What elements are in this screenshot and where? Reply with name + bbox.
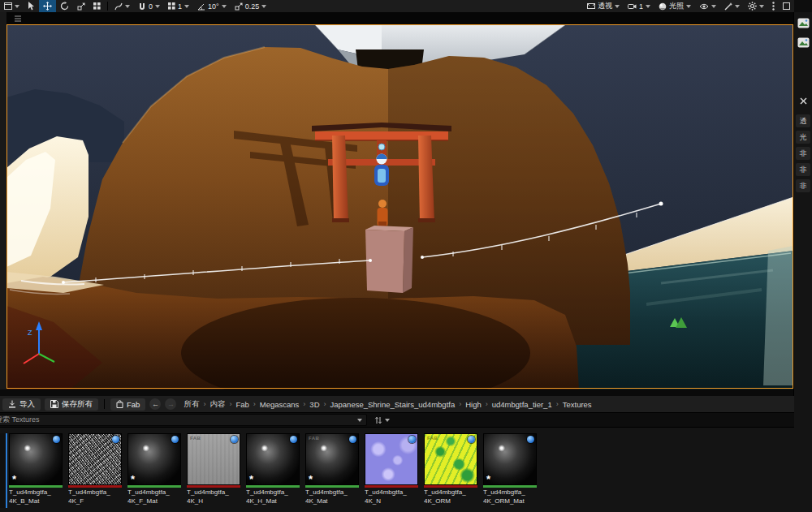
import-icon [8,400,16,408]
save-all-button[interactable]: 保存所有 [45,398,98,411]
asset-thumbnail[interactable]: FAB * [305,433,359,485]
forward-button[interactable]: → [165,398,176,410]
right-panel-item[interactable]: 非 [796,179,810,192]
grid-snap-button[interactable]: 1 [164,0,193,12]
rotate-tool-button[interactable] [56,0,73,12]
asset-tile[interactable]: FAB T_ud4mbgtfa_ 4K_H [187,433,240,512]
chevron-down-icon [15,5,19,8]
chevron-down-icon [357,419,362,422]
show-flags-button[interactable] [695,0,720,12]
toolbar-separator [107,2,108,11]
partially-visible-selected-tile[interactable] [0,433,7,508]
right-panel-item[interactable]: 非 [796,163,810,176]
fab-button[interactable]: Fab [110,398,145,411]
asset-thumbnail[interactable] [365,433,418,485]
right-panel-item[interactable]: 光 [796,131,810,144]
select-tool-button[interactable] [24,0,39,12]
asset-thumbnail[interactable] [68,433,122,485]
breadcrumb-item[interactable]: Textures [563,400,592,409]
fab-source-badge-icon [290,436,297,443]
right-panel-item[interactable]: 透 [796,114,810,127]
breadcrumb-item[interactable]: ud4mbgtfa_tier_1 [492,400,552,409]
asset-thumbnail[interactable]: FAB [187,433,240,485]
fab-watermark: FAB [190,436,201,441]
unsaved-asterisk-icon: * [131,473,135,485]
asset-type-color-bar [9,485,63,488]
breadcrumb-item[interactable]: 3D [309,400,319,409]
image-tab-button-1[interactable] [797,17,810,32]
camera-icon [628,3,637,10]
grid-icon [93,2,101,10]
sort-button[interactable] [374,416,390,424]
content-browser-search-row: 搜索 Textures [0,413,794,428]
view-mode-button[interactable]: 光照 [654,0,695,12]
fab-watermark: FAB [427,436,438,441]
chevron-down-icon [125,5,130,8]
asset-thumbnail[interactable]: * [246,433,300,485]
asset-tile[interactable]: * T_ud4mbgtfa_ 4K_H_Mat [246,433,300,512]
breadcrumb-item[interactable]: Japanese_Shrine_Stairs_ud4mbgtfa [330,400,456,409]
asset-tile[interactable]: FAB T_ud4mbgtfa_ 4K_ORM [424,433,477,512]
breadcrumb-item[interactable]: Megascans [260,400,300,409]
wand-icon [724,2,732,11]
breadcrumb-item[interactable]: 所有 [184,399,199,410]
scale-snap-icon [235,2,243,11]
asset-name-line1: T_ud4mbgtfa_ [305,488,359,497]
maximize-viewport-button[interactable] [779,0,794,12]
breadcrumb: 所有›内容›Fab›Megascans›3D›Japanese_Shrine_S… [184,399,591,410]
content-browser-toolbar: 导入 保存所有 Fab ← → 所有›内容›Fab›Megascans›3D›J… [0,396,794,413]
breadcrumb-item[interactable]: Fab [235,400,248,409]
scale-snap-button[interactable]: 0.25 [231,0,271,12]
orange-figure[interactable] [378,200,388,228]
more-options-button[interactable] [768,0,779,12]
right-panel-item[interactable]: 非 [796,147,810,160]
transform-space-button[interactable] [110,0,134,12]
image-tab-button-2[interactable] [797,37,810,51]
move-tool-button[interactable] [39,0,56,12]
viewport-scene[interactable]: Z [6,12,793,389]
chevron-down-icon [759,5,764,8]
breadcrumb-item[interactable]: 内容 [209,399,225,410]
asset-type-color-bar [365,485,418,488]
asset-thumbnail[interactable]: FAB [424,433,477,485]
view-mode-label: 光照 [669,1,684,11]
camera-speed-value: 1 [639,2,643,11]
import-label: 导入 [19,399,35,410]
viewport-settings-button[interactable] [744,0,768,12]
back-button[interactable]: ← [149,398,161,410]
chevron-down-icon [686,5,691,8]
asset-tile[interactable]: T_ud4mbgtfa_ 4K_N [365,433,418,512]
import-button[interactable]: 导入 [2,398,41,411]
perspective-icon [587,2,595,10]
search-input[interactable]: 搜索 Textures [0,414,367,426]
breadcrumb-separator: › [203,400,205,408]
asset-tile[interactable]: * T_ud4mbgtfa_ 4K_F_Mat [127,433,181,512]
asset-tile[interactable]: FAB * T_ud4mbgtfa_ 4K_Mat [305,433,359,512]
cursor-icon [28,2,35,11]
asset-tile[interactable]: * T_ud4mbgtfa_ 4K_B_Mat [9,433,63,512]
camera-speed-button[interactable]: 1 [624,0,654,12]
effects-button[interactable] [720,0,744,12]
asset-tile[interactable]: T_ud4mbgtfa_ 4K_F [68,433,122,512]
snap-settings-button[interactable] [89,0,105,12]
toolbar-separator [104,399,105,409]
viewport-options-button[interactable] [0,0,24,12]
perspective-button[interactable]: 透视 [583,0,624,12]
right-panel-items: 透光非非非 [794,114,812,192]
rotation-snap-button[interactable]: 10° [193,0,231,12]
asset-tile[interactable]: * T_ud4mbgtfa_ 4K_ORM_Mat [483,433,537,512]
pink-cube[interactable] [365,226,413,293]
level-viewport[interactable]: Z [6,12,793,389]
search-text: 搜索 Textures [0,415,354,425]
kebab-icon [772,2,775,11]
breadcrumb-item[interactable]: High [465,400,482,409]
asset-thumbnail[interactable]: * [483,433,537,485]
fab-source-badge-icon [527,436,534,443]
asset-thumbnail[interactable]: * [9,433,63,485]
asset-thumbnail[interactable]: * [127,433,181,485]
close-panel-button[interactable] [800,93,807,108]
asset-type-color-bar [305,485,359,488]
surface-snap-button[interactable]: 0 [134,0,164,12]
asset-type-color-bar [127,485,181,488]
scale-tool-button[interactable] [73,0,89,12]
